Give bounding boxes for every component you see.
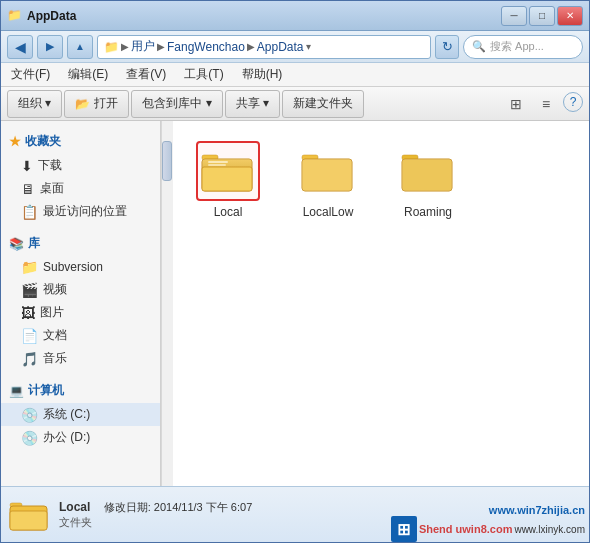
sidebar-item-d-drive[interactable]: 💿 办公 (D:) xyxy=(1,426,160,449)
scrollbar[interactable] xyxy=(161,121,173,486)
computer-label: 计算机 xyxy=(28,382,64,399)
folder-locallow-svg xyxy=(300,147,356,195)
sidebar-item-pictures[interactable]: 🖼 图片 xyxy=(1,301,160,324)
include-button[interactable]: 包含到库中 ▾ xyxy=(131,90,222,118)
svg-rect-5 xyxy=(208,164,226,166)
title-controls: ─ □ ✕ xyxy=(501,6,583,26)
path-part-users: 用户 xyxy=(131,38,155,55)
up-button[interactable]: ▲ xyxy=(67,35,93,59)
desktop-icon: 🖥 xyxy=(21,181,35,197)
documents-label: 文档 xyxy=(43,327,67,344)
music-label: 音乐 xyxy=(43,350,67,367)
d-drive-icon: 💿 xyxy=(21,430,38,446)
content-area: ★ 收藏夹 ⬇ 下载 🖥 桌面 📋 最近访问的位置 📚 库 � xyxy=(1,121,589,486)
maximize-button[interactable]: □ xyxy=(529,6,555,26)
download-label: 下载 xyxy=(38,157,62,174)
status-detail-inline: 修改日期: 2014/11/3 下午 6:07 xyxy=(104,501,253,513)
address-bar: ◀ ▶ ▲ 📁 ▶ 用户 ▶ FangWenchao ▶ AppData ▾ ↻… xyxy=(1,31,589,63)
svg-rect-4 xyxy=(208,161,228,163)
sidebar-item-desktop[interactable]: 🖥 桌面 xyxy=(1,177,160,200)
open-icon: 📂 xyxy=(75,97,90,111)
pictures-label: 图片 xyxy=(40,304,64,321)
sidebar-item-subversion[interactable]: 📁 Subversion xyxy=(1,256,160,278)
folder-locallow-icon-wrapper xyxy=(296,141,360,201)
close-button[interactable]: ✕ xyxy=(557,6,583,26)
window-icon: 📁 xyxy=(7,8,23,24)
libraries-section[interactable]: 📚 库 xyxy=(1,231,160,256)
refresh-button[interactable]: ↻ xyxy=(435,35,459,59)
favorites-label: 收藏夹 xyxy=(25,133,61,150)
folder-local-label: Local xyxy=(214,205,243,219)
open-label: 打开 xyxy=(94,95,118,112)
computer-icon: 💻 xyxy=(9,384,24,398)
sidebar-item-music[interactable]: 🎵 音乐 xyxy=(1,347,160,370)
folder-locallow-label: LocalLow xyxy=(303,205,354,219)
sidebar-item-recent[interactable]: 📋 最近访问的位置 xyxy=(1,200,160,223)
folder-roaming-icon-wrapper xyxy=(396,141,460,201)
download-icon: ⬇ xyxy=(21,158,33,174)
svg-rect-14 xyxy=(10,511,47,530)
minimize-button[interactable]: ─ xyxy=(501,6,527,26)
view-list-button[interactable]: ≡ xyxy=(533,92,559,116)
toolbar: 组织 ▾ 📂 打开 包含到库中 ▾ 共享 ▾ 新建文件夹 ⊞ ≡ ? xyxy=(1,87,589,121)
folder-local-icon-wrapper xyxy=(196,141,260,201)
view-details-button[interactable]: ⊞ xyxy=(503,92,529,116)
back-button[interactable]: ◀ xyxy=(7,35,33,59)
music-icon: 🎵 xyxy=(21,351,38,367)
left-panel: ★ 收藏夹 ⬇ 下载 🖥 桌面 📋 最近访问的位置 📚 库 � xyxy=(1,121,161,486)
svg-rect-3 xyxy=(202,167,252,191)
star-icon: ★ xyxy=(9,134,21,149)
forward-button[interactable]: ▶ xyxy=(37,35,63,59)
library-icon: 📚 xyxy=(9,237,24,251)
menu-view[interactable]: 查看(V) xyxy=(122,64,170,85)
status-bar: Local 修改日期: 2014/11/3 下午 6:07 文件夹 www.wi… xyxy=(1,486,589,542)
documents-icon: 📄 xyxy=(21,328,38,344)
recent-icon: 📋 xyxy=(21,204,38,220)
status-type: 文件夹 xyxy=(59,515,581,530)
organize-button[interactable]: 组织 ▾ xyxy=(7,90,62,118)
window-title: AppData xyxy=(27,9,76,23)
toolbar-right: ⊞ ≡ ? xyxy=(503,92,583,116)
sidebar-item-download[interactable]: ⬇ 下载 xyxy=(1,154,160,177)
scrollbar-thumb[interactable] xyxy=(162,141,172,181)
menu-edit[interactable]: 编辑(E) xyxy=(64,64,112,85)
path-part-user: FangWenchao xyxy=(167,40,245,54)
sidebar-item-documents[interactable]: 📄 文档 xyxy=(1,324,160,347)
explorer-window: 📁 AppData ─ □ ✕ ◀ ▶ ▲ 📁 ▶ 用户 ▶ FangWench… xyxy=(0,0,590,543)
subversion-icon: 📁 xyxy=(21,259,38,275)
folder-locallow[interactable]: LocalLow xyxy=(293,141,363,219)
menu-bar: 文件(F) 编辑(E) 查看(V) 工具(T) 帮助(H) xyxy=(1,63,589,87)
folder-local-svg xyxy=(200,147,256,195)
sidebar-item-video[interactable]: 🎬 视频 xyxy=(1,278,160,301)
desktop-label: 桌面 xyxy=(40,180,64,197)
main-panel: Local LocalLow xyxy=(173,121,589,486)
folder-local[interactable]: Local xyxy=(193,141,263,219)
title-bar: 📁 AppData ─ □ ✕ xyxy=(1,1,589,31)
new-folder-button[interactable]: 新建文件夹 xyxy=(282,90,364,118)
computer-section[interactable]: 💻 计算机 xyxy=(1,378,160,403)
menu-help[interactable]: 帮助(H) xyxy=(238,64,287,85)
status-name: Local 修改日期: 2014/11/3 下午 6:07 xyxy=(59,500,581,515)
menu-file[interactable]: 文件(F) xyxy=(7,64,54,85)
help-button[interactable]: ? xyxy=(563,92,583,112)
open-button[interactable]: 📂 打开 xyxy=(64,90,129,118)
menu-tools[interactable]: 工具(T) xyxy=(180,64,227,85)
status-info: Local 修改日期: 2014/11/3 下午 6:07 文件夹 xyxy=(59,500,581,530)
folder-roaming[interactable]: Roaming xyxy=(393,141,463,219)
video-label: 视频 xyxy=(43,281,67,298)
address-path[interactable]: 📁 ▶ 用户 ▶ FangWenchao ▶ AppData ▾ xyxy=(97,35,431,59)
libraries-label: 库 xyxy=(28,235,40,252)
search-box[interactable]: 🔍 搜索 App... xyxy=(463,35,583,59)
folder-roaming-svg xyxy=(400,147,456,195)
share-button[interactable]: 共享 ▾ xyxy=(225,90,280,118)
sidebar-item-c-drive[interactable]: 💿 系统 (C:) xyxy=(1,403,160,426)
folder-roaming-label: Roaming xyxy=(404,205,452,219)
favorites-section[interactable]: ★ 收藏夹 xyxy=(1,129,160,154)
subversion-label: Subversion xyxy=(43,260,103,274)
search-icon: 🔍 xyxy=(472,40,486,53)
svg-rect-11 xyxy=(402,159,452,191)
video-icon: 🎬 xyxy=(21,282,38,298)
search-placeholder: 搜索 App... xyxy=(490,39,544,54)
d-drive-label: 办公 (D:) xyxy=(43,429,90,446)
svg-rect-8 xyxy=(302,159,352,191)
